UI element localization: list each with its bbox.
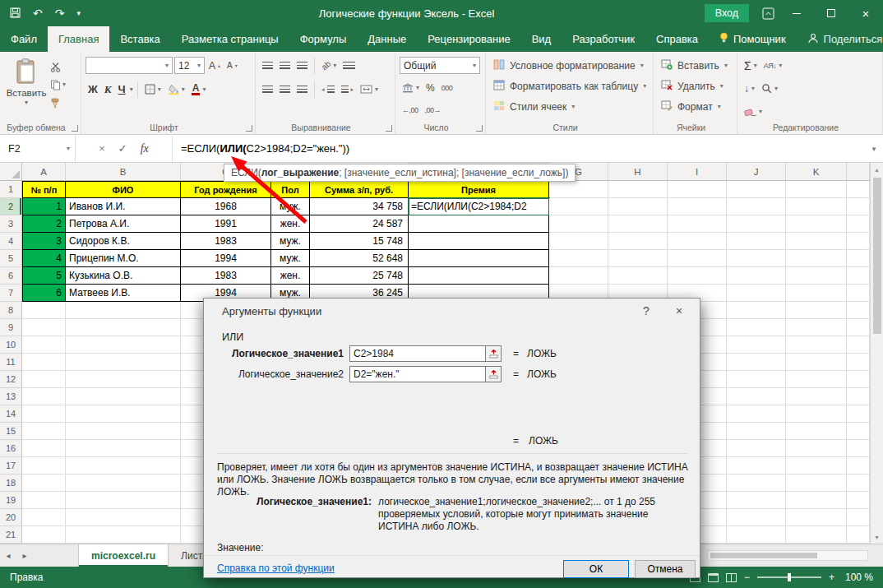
- zoom-out-icon[interactable]: −: [744, 572, 750, 583]
- dropdown-icon[interactable]: ▾: [774, 86, 778, 92]
- cell-A16[interactable]: [22, 440, 66, 457]
- sign-in-button[interactable]: Вход: [705, 4, 749, 22]
- dropdown-icon[interactable]: ▾: [375, 86, 378, 93]
- column-header-partial[interactable]: [847, 163, 870, 180]
- cell-L6[interactable]: [847, 267, 870, 285]
- argument1-input[interactable]: C2>1984: [349, 345, 486, 362]
- cell-A8[interactable]: [22, 302, 66, 319]
- row-header-13[interactable]: 13: [0, 388, 22, 405]
- dropdown-icon[interactable]: ▾: [718, 104, 721, 110]
- cell-K12[interactable]: [786, 371, 847, 388]
- cell-L2[interactable]: [847, 198, 870, 215]
- cell-B13[interactable]: [66, 388, 181, 405]
- font-name-combobox[interactable]: ▾: [86, 57, 173, 74]
- merge-center-button[interactable]: ▾: [358, 84, 381, 95]
- cell-B7[interactable]: Матвеев И.В.: [66, 285, 181, 302]
- dropdown-icon[interactable]: ▾: [571, 104, 575, 110]
- cell-L12[interactable]: [847, 371, 870, 388]
- cell-B16[interactable]: [66, 440, 181, 457]
- cell-K19[interactable]: [786, 492, 847, 509]
- row-header-20[interactable]: 20: [0, 509, 22, 526]
- cell-E3[interactable]: 24 587: [310, 215, 409, 233]
- cell-A5[interactable]: 4: [22, 250, 66, 267]
- row-header-12[interactable]: 12: [0, 371, 22, 388]
- cell-L15[interactable]: [847, 423, 870, 440]
- cell-E2[interactable]: 34 758: [310, 198, 409, 215]
- row-header-14[interactable]: 14: [0, 405, 22, 423]
- cell-J5[interactable]: [727, 250, 786, 267]
- insert-function-icon[interactable]: fx: [141, 142, 149, 155]
- borders-button[interactable]: ▾: [142, 83, 164, 95]
- decrease-indent-icon[interactable]: ◂: [319, 85, 337, 95]
- cell-L9[interactable]: [847, 319, 870, 336]
- row-header-15[interactable]: 15: [0, 423, 22, 440]
- share-button[interactable]: Поделиться: [797, 26, 883, 52]
- cell-B18[interactable]: [66, 475, 181, 492]
- dropdown-icon[interactable]: ▾: [779, 63, 782, 69]
- bold-button[interactable]: Ж: [86, 82, 100, 96]
- page-break-view-icon[interactable]: [726, 573, 737, 582]
- horizontal-scrollbar-thumb[interactable]: [710, 553, 817, 558]
- cell-K2[interactable]: [786, 198, 847, 215]
- vertical-scrollbar[interactable]: ▴ ▾: [870, 163, 883, 544]
- cell-J20[interactable]: [727, 509, 786, 526]
- cell-K3[interactable]: [786, 215, 847, 233]
- cell-C3[interactable]: 1991: [181, 215, 271, 233]
- cancel-button[interactable]: Отмена: [635, 560, 696, 578]
- cell-G3[interactable]: [549, 215, 608, 233]
- row-header-19[interactable]: 19: [0, 492, 22, 509]
- row-header-2[interactable]: 2: [0, 198, 22, 215]
- cell-L18[interactable]: [847, 475, 870, 492]
- cell-L17[interactable]: [847, 457, 870, 475]
- dropdown-icon[interactable]: ▾: [416, 85, 419, 91]
- cell-K9[interactable]: [786, 319, 847, 336]
- autosum-button[interactable]: Σ▾: [742, 58, 760, 73]
- formula-bar-expand-icon[interactable]: ▾: [865, 135, 883, 162]
- number-dialog-launcher[interactable]: [476, 125, 483, 132]
- cell-A21[interactable]: [22, 526, 66, 544]
- row-header-3[interactable]: 3: [0, 215, 22, 233]
- formula-input[interactable]: =ЕСЛИ(ИЛИ(C2>1984;D2="жен.")): [173, 135, 865, 162]
- cell-B17[interactable]: [66, 457, 181, 475]
- dropdown-icon[interactable]: ▾: [158, 86, 161, 93]
- cell-J14[interactable]: [727, 405, 786, 423]
- sheet-tab-microexcel[interactable]: microexcel.ru: [78, 544, 169, 567]
- cell-D2[interactable]: муж.: [271, 198, 310, 215]
- save-icon[interactable]: [10, 7, 21, 20]
- argument2-input[interactable]: D2="жен.": [349, 366, 486, 382]
- dropdown-icon[interactable]: ▾: [182, 86, 185, 93]
- cell-H5[interactable]: [608, 250, 668, 267]
- cell-I3[interactable]: [668, 215, 727, 233]
- cell-A1[interactable]: № п/п: [22, 181, 66, 198]
- cell-A6[interactable]: 5: [22, 267, 66, 285]
- cell-H2[interactable]: [608, 198, 668, 215]
- cell-B3[interactable]: Петрова А.И.: [66, 215, 181, 233]
- cell-K16[interactable]: [786, 440, 847, 457]
- cell-A10[interactable]: [22, 336, 66, 354]
- align-bottom-icon[interactable]: [294, 61, 310, 71]
- cell-K21[interactable]: [786, 526, 847, 544]
- cell-E4[interactable]: 15 748: [310, 233, 409, 250]
- cell-K10[interactable]: [786, 336, 847, 354]
- italic-button[interactable]: К: [102, 82, 114, 97]
- cell-I6[interactable]: [668, 267, 727, 285]
- cell-J13[interactable]: [727, 388, 786, 405]
- cell-J6[interactable]: [727, 267, 786, 285]
- dropdown-icon[interactable]: ▾: [643, 83, 646, 90]
- cell-L1[interactable]: [847, 181, 870, 198]
- dropdown-icon[interactable]: ▾: [751, 86, 755, 92]
- cell-B8[interactable]: [66, 302, 181, 319]
- row-header-17[interactable]: 17: [0, 457, 22, 475]
- cell-J18[interactable]: [727, 475, 786, 492]
- format-as-table-button[interactable]: Форматировать как таблицу ▾: [490, 76, 650, 96]
- column-header-B[interactable]: B: [66, 163, 181, 180]
- cell-L21[interactable]: [847, 526, 870, 544]
- cell-A4[interactable]: 3: [22, 233, 66, 250]
- cell-A17[interactable]: [22, 457, 66, 475]
- cell-D5[interactable]: муж.: [271, 250, 310, 267]
- align-left-icon[interactable]: [260, 85, 275, 95]
- dropdown-icon[interactable]: ▾: [165, 63, 169, 69]
- cell-L5[interactable]: [847, 250, 870, 267]
- cell-L3[interactable]: [847, 215, 870, 233]
- dialog-title-bar[interactable]: Аргументы функции ? ×: [204, 299, 700, 323]
